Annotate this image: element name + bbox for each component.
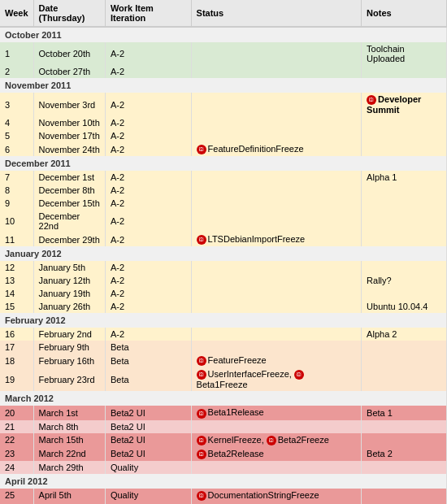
notes-cell bbox=[362, 367, 447, 391]
notes-cell bbox=[362, 184, 447, 197]
iteration-cell: A-2 bbox=[105, 42, 191, 65]
date-cell: October 20th bbox=[33, 42, 105, 65]
iteration-cell: A-2 bbox=[105, 142, 191, 156]
week-cell: 11 bbox=[0, 232, 33, 246]
header-notes: Notes bbox=[362, 0, 447, 27]
status-cell bbox=[191, 274, 362, 287]
iteration-cell: A-2 bbox=[105, 232, 191, 246]
iteration-cell: A-2 bbox=[105, 93, 191, 116]
notes-cell bbox=[362, 232, 447, 246]
week-cell: 23 bbox=[0, 447, 33, 461]
table-row: 13January 12thA-2Rally? bbox=[0, 274, 447, 287]
note-text: Alpha 1 bbox=[367, 172, 397, 182]
freeze-icon: ⦻ bbox=[197, 370, 206, 380]
header-week: Week bbox=[0, 0, 33, 27]
iteration-cell: A-2 bbox=[105, 287, 191, 300]
week-cell: 24 bbox=[0, 461, 33, 474]
status-cell bbox=[191, 42, 362, 65]
notes-cell bbox=[362, 354, 447, 367]
status-cell bbox=[191, 184, 362, 197]
date-cell: March 1st bbox=[33, 406, 105, 419]
status-cell bbox=[191, 93, 362, 116]
status-cell bbox=[191, 300, 362, 313]
table-row: 5November 17thA-2 bbox=[0, 129, 447, 142]
status-cell bbox=[191, 287, 362, 300]
status-cell: ⦻Beta2Release bbox=[191, 447, 362, 461]
status-cell bbox=[191, 171, 362, 184]
iteration-cell: A-2 bbox=[105, 210, 191, 232]
freeze-icon: ⦻ bbox=[197, 491, 206, 501]
iteration-cell: A-2 bbox=[105, 184, 191, 197]
status-label: DocumentationStringFreeze bbox=[208, 490, 319, 500]
header-date: Date (Thursday) bbox=[33, 0, 105, 27]
freeze-icon: ⦻ bbox=[197, 409, 206, 419]
table-row: 9December 15thA-2 bbox=[0, 197, 447, 210]
iteration-cell: A-2 bbox=[105, 197, 191, 210]
date-cell: October 27th bbox=[33, 65, 105, 78]
notes-cell bbox=[362, 197, 447, 210]
week-cell: 16 bbox=[0, 328, 33, 341]
date-cell: March 15th bbox=[33, 433, 105, 447]
header-iteration: Work Item Iteration bbox=[105, 0, 191, 27]
iteration-cell: Beta2 UI bbox=[105, 420, 191, 433]
date-cell: November 24th bbox=[33, 142, 105, 156]
status-label: KernelFreeze bbox=[208, 435, 262, 445]
iteration-cell: Beta bbox=[105, 354, 191, 367]
date-cell: February 2nd bbox=[33, 328, 105, 341]
iteration-cell: A-2 bbox=[105, 116, 191, 129]
notes-cell: Alpha 1 bbox=[362, 171, 447, 184]
status-cell bbox=[191, 420, 362, 433]
date-cell: December 22nd bbox=[33, 210, 105, 232]
table-row: 14January 19thA-2 bbox=[0, 287, 447, 300]
month-header: March 2012 bbox=[0, 391, 447, 406]
status-cell bbox=[191, 197, 362, 210]
notes-cell bbox=[362, 341, 447, 354]
status-cell bbox=[191, 461, 362, 474]
iteration-cell: A-2 bbox=[105, 129, 191, 142]
status-label: Beta1Freeze bbox=[197, 380, 248, 389]
week-cell: 3 bbox=[0, 93, 33, 116]
week-cell: 4 bbox=[0, 116, 33, 129]
iteration-cell: A-2 bbox=[105, 328, 191, 341]
status-cell: ⦻DocumentationStringFreeze bbox=[191, 489, 362, 502]
week-cell: 10 bbox=[0, 210, 33, 232]
week-cell: 14 bbox=[0, 287, 33, 300]
freeze-icon: ⦻ bbox=[294, 370, 304, 380]
week-cell: 6 bbox=[0, 142, 33, 156]
notes-cell bbox=[362, 116, 447, 129]
date-cell: January 5th bbox=[33, 261, 105, 274]
table-row: 20March 1stBeta2 UI⦻Beta1ReleaseBeta 1 bbox=[0, 406, 447, 419]
week-cell: 19 bbox=[0, 367, 33, 391]
notes-cell: Ubuntu 10.04.4 bbox=[362, 300, 447, 313]
notes-cell bbox=[362, 420, 447, 433]
month-header: February 2012 bbox=[0, 313, 447, 328]
table-row: 12January 5thA-2 bbox=[0, 261, 447, 274]
date-cell: January 19th bbox=[33, 287, 105, 300]
week-cell: 9 bbox=[0, 197, 33, 210]
date-cell: December 29th bbox=[33, 232, 105, 246]
status-cell bbox=[191, 65, 362, 78]
date-cell: February 16th bbox=[33, 354, 105, 367]
status-cell bbox=[191, 328, 362, 341]
table-row: 17February 9thBeta bbox=[0, 341, 447, 354]
week-cell: 7 bbox=[0, 171, 33, 184]
date-cell: November 3rd bbox=[33, 93, 105, 116]
table-row: 22March 15thBeta2 UI⦻KernelFreeze, ⦻Beta… bbox=[0, 433, 447, 447]
date-cell: February 23rd bbox=[33, 367, 105, 391]
notes-cell bbox=[362, 287, 447, 300]
week-cell: 15 bbox=[0, 300, 33, 313]
week-cell: 18 bbox=[0, 354, 33, 367]
date-cell: February 9th bbox=[33, 341, 105, 354]
date-cell: March 8th bbox=[33, 420, 105, 433]
iteration-cell: A-2 bbox=[105, 261, 191, 274]
table-row: 6November 24thA-2⦻FeatureDefinitionFreez… bbox=[0, 142, 447, 156]
notes-cell: ⦻Developer Summit bbox=[362, 93, 447, 116]
status-label: LTSDebianImportFreeze bbox=[208, 234, 306, 244]
notes-cell bbox=[362, 210, 447, 232]
iteration-cell: Beta2 UI bbox=[105, 447, 191, 461]
note-text: Rally? bbox=[367, 276, 392, 285]
status-cell bbox=[191, 116, 362, 129]
month-header: October 2011 bbox=[0, 27, 447, 42]
date-cell: December 8th bbox=[33, 184, 105, 197]
notes-cell bbox=[362, 261, 447, 274]
